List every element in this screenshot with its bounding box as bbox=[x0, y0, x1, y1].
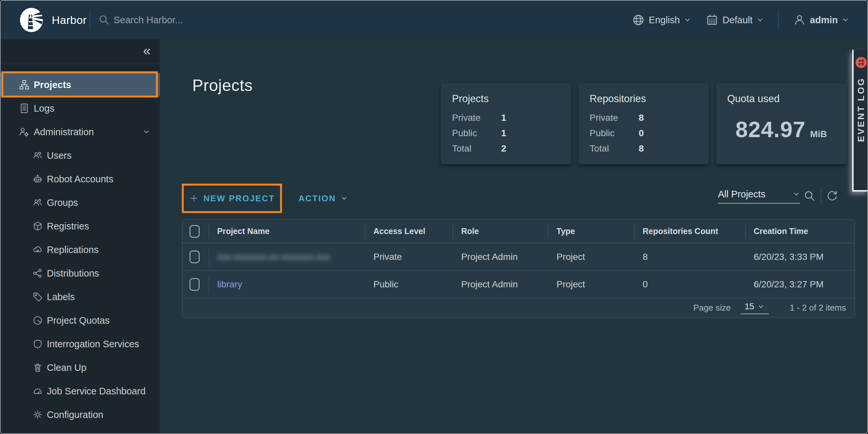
user-label: admin bbox=[810, 15, 838, 26]
stat-label: Total bbox=[590, 143, 639, 154]
header-checkbox-cell bbox=[182, 225, 209, 238]
chevron-down-icon bbox=[757, 303, 765, 310]
global-search[interactable]: Search Harbor... bbox=[98, 14, 183, 26]
table-row[interactable]: xxx-xxxxxxx-xx-xxxxxxx-xxx Private Proje… bbox=[182, 243, 855, 271]
gear-icon bbox=[32, 409, 43, 420]
plus-icon bbox=[189, 194, 199, 203]
organization-icon bbox=[19, 79, 30, 90]
stat-row: Public 1 bbox=[452, 128, 560, 138]
pie-icon bbox=[32, 315, 43, 326]
column-header-creation-time[interactable]: Creation Time bbox=[745, 220, 855, 243]
chevron-down-icon bbox=[143, 128, 150, 135]
stat-row: Total 8 bbox=[590, 143, 698, 154]
card-title: Projects bbox=[452, 93, 560, 105]
sidebar-item-robot-accounts[interactable]: Robot Accounts bbox=[1, 167, 160, 191]
sidebar-item-project-quotas[interactable]: Project Quotas bbox=[1, 309, 160, 332]
card-title: Repositories bbox=[590, 93, 698, 105]
column-header-role[interactable]: Role bbox=[453, 220, 548, 243]
stat-value: 1 bbox=[501, 112, 506, 123]
table-row[interactable]: library Public Project Admin Project 0 6… bbox=[182, 271, 855, 298]
user-icon bbox=[793, 13, 806, 27]
page-size-label: Page size bbox=[693, 303, 731, 313]
stat-row: Public 0 bbox=[590, 128, 698, 138]
project-filter-select[interactable]: All Projects bbox=[718, 189, 800, 204]
sidebar-item-label: Labels bbox=[47, 292, 75, 302]
row-checkbox[interactable] bbox=[190, 278, 199, 291]
new-project-button[interactable]: NEW PROJECT bbox=[182, 183, 282, 213]
sidebar-item-logs[interactable]: Logs bbox=[1, 97, 160, 120]
chevrons-left-icon: « bbox=[143, 44, 151, 58]
sidebar-item-configuration[interactable]: Configuration bbox=[1, 403, 160, 427]
column-header-project-name[interactable]: Project Name bbox=[209, 220, 365, 243]
column-header-repositories-count[interactable]: Repositories Count bbox=[634, 220, 745, 243]
role-cell: Project Admin bbox=[453, 271, 548, 298]
access-level-cell: Public bbox=[365, 271, 453, 298]
sidebar-item-users[interactable]: Users bbox=[1, 144, 160, 167]
theme-selector[interactable]: Default bbox=[706, 13, 764, 27]
sidebar: « Projects Logs Adm bbox=[1, 39, 160, 433]
brand-block[interactable]: Harbor bbox=[1, 7, 90, 32]
project-name-link-blurred[interactable]: xxx-xxxxxxx-xx-xxxxxxx-xxx bbox=[217, 252, 330, 262]
project-name-link[interactable]: library bbox=[217, 279, 242, 290]
share-icon bbox=[32, 268, 43, 278]
users-icon bbox=[32, 197, 43, 208]
sidebar-item-label: Distributions bbox=[47, 268, 99, 279]
page-size-value: 15 bbox=[745, 301, 754, 311]
top-bar: Harbor Search Harbor... English bbox=[1, 1, 867, 39]
main-content: Projects Projects Private 1 Public 1 Tot… bbox=[160, 39, 867, 433]
sidebar-item-projects[interactable]: Projects bbox=[1, 73, 160, 97]
cloud-sync-icon bbox=[32, 244, 43, 255]
chevron-down-icon bbox=[684, 16, 691, 24]
sidebar-item-label: Logs bbox=[34, 103, 54, 114]
creation-time-cell: 6/20/23, 3:33 PM bbox=[745, 243, 855, 271]
event-log-badge-count: 11 bbox=[858, 59, 865, 66]
sidebar-item-interrogation-services[interactable]: Interrogation Services bbox=[1, 332, 160, 356]
sidebar-item-label: Clean Up bbox=[47, 362, 87, 373]
select-all-checkbox[interactable] bbox=[190, 225, 199, 238]
column-header-type[interactable]: Type bbox=[548, 220, 634, 243]
column-header-access-level[interactable]: Access Level bbox=[365, 220, 453, 243]
sidebar-item-label: Interrogation Services bbox=[47, 339, 139, 349]
language-selector[interactable]: English bbox=[632, 13, 691, 27]
sidebar-item-label: Users bbox=[47, 150, 72, 161]
event-log-badge: 11 bbox=[856, 57, 867, 68]
stat-value: 8 bbox=[639, 143, 644, 154]
brand-name: Harbor bbox=[52, 14, 87, 27]
sidebar-item-label: Configuration bbox=[47, 409, 103, 420]
stat-row: Private 1 bbox=[452, 112, 560, 123]
chevron-down-icon bbox=[793, 191, 800, 198]
topbar-divider bbox=[90, 10, 90, 30]
quota-value: 824.97 bbox=[735, 116, 805, 142]
sidebar-item-label: Registries bbox=[47, 221, 89, 232]
trash-icon bbox=[32, 362, 43, 373]
sidebar-item-administration[interactable]: Administration bbox=[1, 120, 160, 144]
page-title: Projects bbox=[192, 76, 253, 95]
action-dropdown-button[interactable]: ACTION bbox=[299, 183, 348, 213]
sidebar-nav: Projects Logs Administration bbox=[1, 64, 160, 427]
sidebar-item-label: Robot Accounts bbox=[47, 174, 113, 185]
stat-label: Public bbox=[590, 128, 639, 138]
sidebar-item-registries[interactable]: Registries bbox=[1, 214, 160, 238]
repositories-count-cell: 0 bbox=[634, 271, 745, 298]
refresh-icon[interactable] bbox=[826, 190, 839, 203]
sidebar-item-replications[interactable]: Replications bbox=[1, 238, 160, 262]
quota-summary-card: Quota used 824.97 MiB bbox=[716, 83, 846, 164]
row-checkbox[interactable] bbox=[190, 251, 199, 263]
project-filter-value: All Projects bbox=[718, 189, 766, 200]
page-size-select[interactable]: 15 bbox=[741, 301, 769, 314]
sidebar-item-distributions[interactable]: Distributions bbox=[1, 262, 160, 285]
sidebar-item-groups[interactable]: Groups bbox=[1, 191, 160, 214]
sidebar-item-labels[interactable]: Labels bbox=[1, 285, 160, 309]
globe-icon bbox=[632, 13, 645, 27]
user-menu[interactable]: admin bbox=[793, 13, 849, 27]
sidebar-item-label: Projects bbox=[34, 79, 71, 90]
sidebar-item-job-service-dashboard[interactable]: Job Service Dashboard bbox=[1, 379, 160, 403]
search-icon[interactable] bbox=[803, 190, 816, 203]
project-name-cell: library bbox=[209, 271, 365, 298]
event-log-tab[interactable]: 11 EVENT LOG bbox=[852, 50, 868, 192]
sidebar-item-clean-up[interactable]: Clean Up bbox=[1, 356, 160, 379]
project-filter-group: All Projects bbox=[718, 187, 839, 205]
shield-icon bbox=[32, 339, 43, 349]
sidebar-collapse[interactable]: « bbox=[1, 39, 160, 64]
gauge-icon bbox=[32, 386, 43, 396]
